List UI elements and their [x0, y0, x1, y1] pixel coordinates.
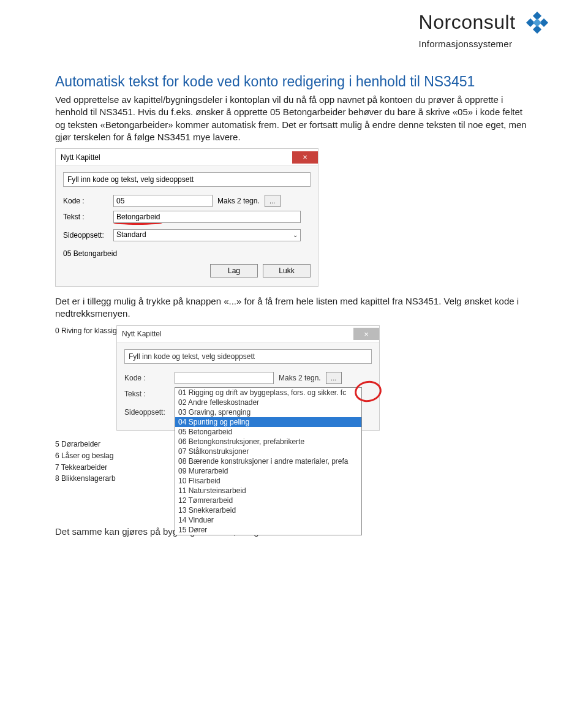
dropdown-option[interactable]: 06 Betongkonstruksjoner, prefabrikerte	[175, 437, 361, 447]
browse-dots-button[interactable]: ...	[265, 195, 281, 207]
list-item: 5 Dørarbeider	[55, 439, 160, 450]
page-title: Automatisk tekst for kode ved konto redi…	[55, 74, 533, 90]
kode-label: Kode :	[63, 197, 113, 205]
sideoppsett-label: Sideoppsett:	[63, 231, 113, 240]
dropdown-option[interactable]: 13 Snekkerarbeid	[175, 505, 361, 515]
dropdown-option[interactable]: 05 Betongarbeid	[175, 427, 361, 437]
dropdown-option[interactable]: 11 Natursteinsarbeid	[175, 486, 361, 496]
close-button[interactable]: ×	[292, 151, 318, 164]
dropdown-option[interactable]: 02 Andre felleskostnader	[175, 398, 361, 407]
dialog-titlebar: Nytt Kapittel ×	[56, 149, 318, 166]
browse-dots-button[interactable]: ...	[326, 372, 342, 384]
kode-input[interactable]	[113, 195, 213, 207]
tekst-input[interactable]	[113, 211, 301, 223]
list-item: 7 Tekkearbeider	[55, 462, 160, 474]
tekst-label: Tekst :	[124, 390, 175, 398]
lukk-button[interactable]: Lukk	[263, 264, 311, 277]
dropdown-option[interactable]: 10 Flisarbeid	[175, 476, 361, 486]
kapittel-dropdown[interactable]: 01 Rigging og drift av byggeplass, fors.…	[175, 387, 362, 535]
close-button[interactable]: ×	[353, 328, 379, 340]
paragraph-2: Det er i tillegg mulig å trykke på knapp…	[55, 295, 533, 320]
maks-text: Maks 2 tegn.	[217, 197, 260, 205]
preview-line: 05 Betongarbeid	[63, 249, 311, 258]
lag-button[interactable]: Lag	[210, 264, 258, 277]
new-chapter-dialog-1: Nytt Kapittel × Fyll inn kode og tekst, …	[55, 148, 318, 287]
dropdown-option[interactable]: 01 Rigging og drift av byggeplass, fors.…	[175, 388, 361, 398]
close-icon: ×	[364, 330, 369, 338]
logo-name: Norconsult	[419, 11, 516, 33]
dropdown-option[interactable]: 08 Bærende konstruksjoner i andre materi…	[175, 456, 361, 466]
dropdown-option[interactable]: 04 Spunting og peling	[175, 417, 361, 427]
kode-label: Kode :	[124, 374, 175, 382]
sideoppsett-label: Sideoppsett:	[124, 408, 175, 417]
chevron-down-icon: ⌄	[293, 232, 298, 238]
new-chapter-dialog-2: Nytt Kapittel × Fyll inn kode og tekst, …	[116, 325, 380, 431]
intro-paragraph: Ved opprettelse av kapittel/bygningsdele…	[55, 94, 533, 143]
list-item: 8 Blikkenslagerarb	[55, 473, 160, 485]
dialog-titlebar: Nytt Kapittel ×	[117, 326, 379, 343]
sideoppsett-select[interactable]: Standard ⌄	[113, 229, 301, 241]
dropdown-option[interactable]: 07 Stålkonstruksjoner	[175, 447, 361, 456]
dropdown-option[interactable]: 15 Dører	[175, 525, 361, 535]
list-item: 6 Låser og beslag	[55, 450, 160, 462]
dialog-title: Nytt Kapittel	[61, 153, 292, 162]
dropdown-option[interactable]: 12 Tømrerarbeid	[175, 496, 361, 505]
instruction-box: Fyll inn kode og tekst, velg sideoppsett	[124, 349, 372, 364]
maks-text: Maks 2 tegn.	[279, 374, 321, 382]
dropdown-option[interactable]: 14 Vinduer	[175, 515, 361, 525]
kode-input[interactable]	[175, 372, 274, 384]
dialog-title: Nytt Kapittel	[122, 330, 353, 338]
diamond-cluster-icon	[522, 12, 551, 41]
dropdown-option[interactable]: 09 Murerarbeid	[175, 466, 361, 476]
svg-rect-4	[533, 18, 541, 27]
close-icon: ×	[303, 153, 307, 161]
brand-logo: Norconsult Informasjonssystemer	[419, 11, 551, 49]
instruction-box: Fyll inn kode og tekst, velg sideoppsett	[63, 172, 311, 187]
tekst-label: Tekst :	[63, 213, 113, 221]
dropdown-option[interactable]: 03 Graving, sprenging	[175, 407, 361, 417]
screenshot-2-composite: 0 Riving for klassigering av torat 5 Dør…	[55, 325, 374, 515]
